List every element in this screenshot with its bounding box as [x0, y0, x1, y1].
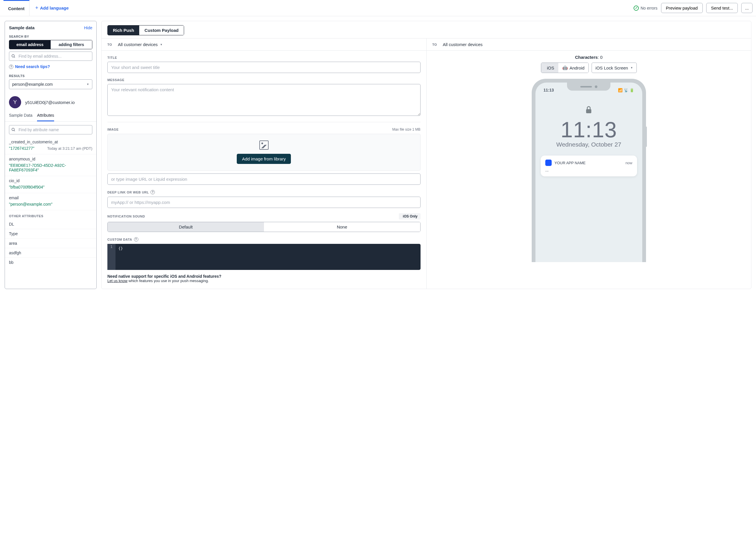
attr-note: Today at 3:21:17 am (PDT): [47, 146, 92, 151]
wifi-icon: 📡: [624, 88, 629, 92]
screen-select[interactable]: iOS Lock Screen ▼: [592, 63, 636, 73]
deeplink-label-row: DEEP LINK OR WEB URL ?: [108, 190, 420, 194]
other-attr[interactable]: bb: [5, 258, 97, 267]
seg-adding-filters[interactable]: adding filters: [51, 40, 92, 49]
to-label: TO: [108, 43, 112, 46]
custom-data-section: CUSTOM DATA ? 1 {}: [102, 232, 426, 270]
svg-rect-4: [586, 109, 591, 113]
native-support-question: Need native support for specific iOS and…: [108, 274, 221, 278]
results-label: RESULTS: [5, 72, 97, 79]
sound-label: NOTIFICATION SOUND: [108, 215, 145, 218]
notification-card: YOUR APP NAME now ...: [541, 156, 637, 176]
to-value-select[interactable]: All customer devices ▼: [118, 42, 162, 47]
add-language-button[interactable]: + Add language: [35, 5, 69, 11]
deeplink-input[interactable]: [108, 197, 420, 208]
subtab-attributes[interactable]: Attributes: [37, 113, 54, 121]
speaker: [580, 86, 592, 88]
top-bar: Content + Add language ✓ No errors Previ…: [0, 0, 756, 16]
deeplink-section: DEEP LINK OR WEB URL ?: [102, 185, 426, 208]
os-android-label: Android: [570, 65, 585, 70]
seg-email-address[interactable]: email address: [9, 40, 51, 49]
to-value-text: All customer devices: [118, 42, 158, 47]
android-icon: 🤖: [562, 65, 568, 70]
message-section: MESSAGE: [102, 73, 426, 117]
to-value: All customer devices: [443, 42, 483, 47]
sound-default[interactable]: Default: [108, 222, 264, 232]
notif-app-icon: [545, 160, 552, 166]
attr-search-wrap: [9, 125, 92, 134]
screen-select-label: iOS Lock Screen: [595, 65, 628, 70]
lock-icon: [541, 106, 637, 116]
other-attr[interactable]: area: [5, 239, 97, 248]
results-select[interactable]: person@example.com ▼: [9, 79, 92, 89]
lockscreen-time: 11:13: [541, 117, 637, 142]
email-search-wrap: [9, 52, 92, 61]
custom-data-editor[interactable]: 1 {}: [108, 244, 420, 270]
lockscreen-date: Wednesday, October 27: [541, 141, 637, 148]
svg-line-3: [14, 130, 15, 131]
image-drop-zone[interactable]: Add image from library: [108, 134, 420, 171]
preview-controls: iOS 🤖 Android iOS Lock Screen ▼: [427, 63, 751, 73]
sound-header-row: NOTIFICATION SOUND iOS Only: [108, 213, 420, 220]
attr-item: anonymous_id "EE8D6E17-7D5D-45D2-A92C-FA…: [5, 154, 97, 176]
hide-link[interactable]: Hide: [84, 26, 92, 30]
top-right: ✓ No errors Preview payload Send test...…: [633, 3, 753, 13]
message-textarea[interactable]: [108, 84, 420, 116]
attr-key: anonymous_id: [9, 157, 92, 161]
os-ios-button[interactable]: iOS: [541, 63, 558, 73]
attr-search-input[interactable]: [9, 125, 92, 134]
characters-label: Characters: [575, 55, 598, 60]
search-tips-link[interactable]: ? Need search tips?: [5, 63, 97, 72]
rp-header: Rich Push Custom Payload: [102, 21, 751, 38]
check-circle-icon: ✓: [633, 6, 639, 11]
image-icon: [259, 141, 269, 150]
native-support-rest: which features you use in your push mess…: [127, 278, 209, 283]
native-support-note: Need native support for specific iOS and…: [102, 270, 426, 289]
sound-none[interactable]: None: [264, 222, 420, 232]
tab-custom-payload[interactable]: Custom Payload: [139, 26, 184, 35]
title-input[interactable]: [108, 62, 420, 73]
tab-rich-push[interactable]: Rich Push: [108, 26, 139, 35]
caret-down-icon: ▼: [630, 66, 633, 69]
image-section: IMAGE Max file size 1 MB Add image from …: [102, 122, 426, 185]
other-attr[interactable]: Type: [5, 229, 97, 239]
let-us-know-link[interactable]: Let us know: [108, 278, 127, 283]
no-errors-status: ✓ No errors: [633, 6, 657, 11]
results-value: person@example.com: [12, 82, 53, 87]
tab-content[interactable]: Content: [3, 0, 30, 16]
help-icon: ?: [9, 65, 13, 69]
attr-val: "person@example.com": [9, 202, 92, 207]
phone-screen: 11:13 📶 📡 🔋 11:13 Wednesday, October 27: [535, 83, 642, 262]
help-icon[interactable]: ?: [150, 190, 155, 194]
attr-val: "EE8D6E17-7D5D-45D2-A92C-FA8EF67093F4": [9, 163, 92, 172]
os-android-button[interactable]: 🤖 Android: [558, 63, 589, 73]
other-attr[interactable]: asdfgh: [5, 248, 97, 258]
more-menu-button[interactable]: ...: [741, 3, 753, 13]
other-attr[interactable]: DL: [5, 220, 97, 229]
svg-line-1: [14, 57, 15, 58]
email-search-input[interactable]: [9, 52, 92, 61]
code-content: {}: [119, 246, 123, 268]
custom-data-label: CUSTOM DATA: [108, 238, 132, 241]
attr-val: "bfba0700f804f904": [9, 185, 92, 190]
add-image-button[interactable]: Add image from library: [237, 154, 291, 164]
send-test-button[interactable]: Send test...: [706, 3, 738, 13]
title-label: TITLE: [108, 56, 420, 59]
search-by-label: SEARCH BY: [5, 33, 97, 40]
no-errors-label: No errors: [640, 6, 657, 10]
image-url-input[interactable]: [108, 174, 420, 185]
subtab-sample-data[interactable]: Sample Data: [9, 113, 32, 121]
profile-email: y51UiED0j7@customer.io: [25, 100, 75, 105]
help-icon[interactable]: ?: [134, 237, 138, 242]
attr-item: _created_in_customerio_at "1726741277" T…: [5, 137, 97, 154]
preview-payload-button[interactable]: Preview payload: [661, 3, 703, 13]
ios-only-badge: iOS Only: [399, 213, 420, 220]
to-label: TO: [432, 43, 437, 46]
preview-to-row: TO All customer devices: [427, 39, 751, 51]
signal-icon: 📶: [618, 88, 623, 92]
caret-down-icon: ▼: [160, 43, 163, 46]
custom-data-label-row: CUSTOM DATA ?: [108, 237, 420, 242]
sound-section: NOTIFICATION SOUND iOS Only Default None: [102, 208, 426, 232]
phone-notch: [567, 83, 611, 91]
attr-key: email: [9, 196, 92, 200]
